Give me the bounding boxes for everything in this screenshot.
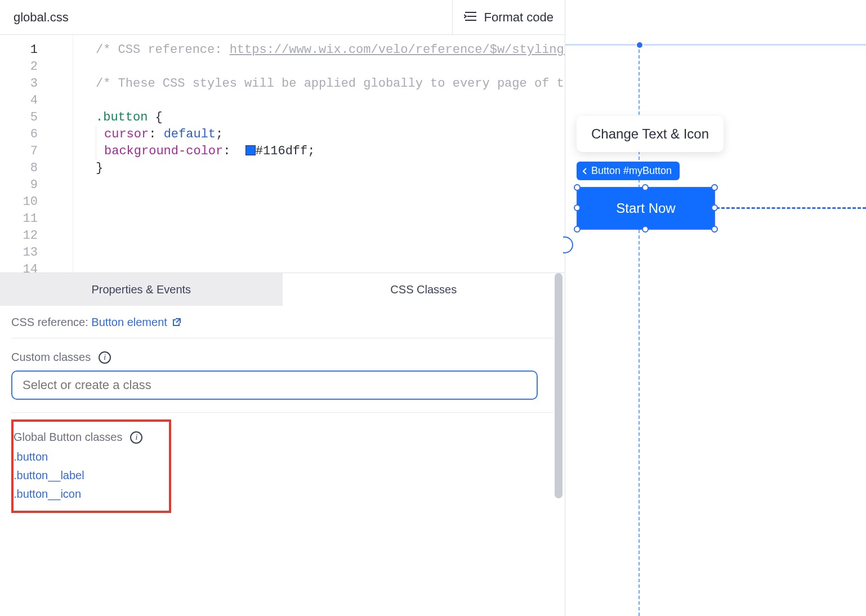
resize-handle[interactable] (574, 204, 581, 211)
line-number: 9 (0, 177, 38, 194)
panel-scrollbar[interactable] (555, 273, 563, 498)
button-text: Start Now (616, 200, 675, 216)
selection-breadcrumb[interactable]: Button #myButton (577, 162, 680, 180)
code-brace: { (148, 110, 162, 124)
format-code-label: Format code (484, 10, 554, 25)
format-icon (464, 10, 477, 25)
edge-control[interactable] (563, 236, 573, 253)
global-classes-section: Global Button classes i .button .button_… (11, 419, 171, 513)
popover-label: Change Text & Icon (591, 126, 709, 141)
css-reference-label: CSS reference: (11, 316, 91, 328)
line-number: 2 (0, 59, 38, 75)
code-property: background-color (104, 144, 223, 158)
info-icon[interactable]: i (99, 351, 111, 364)
change-text-icon-popover[interactable]: Change Text & Icon (577, 116, 724, 152)
code-editor[interactable]: 1 2 3 4 5 6 7 8 9 10 11 12 13 14 /* CSS … (0, 35, 565, 273)
tab-css-classes[interactable]: CSS Classes (283, 273, 565, 306)
resize-handle[interactable] (711, 204, 718, 211)
ruler-handle[interactable] (636, 41, 644, 49)
line-number: 6 (0, 126, 38, 143)
chevron-left-icon (582, 167, 588, 175)
code-value: default (164, 127, 216, 141)
line-number: 10 (0, 194, 38, 211)
code-content[interactable]: /* CSS reference: https://www.wix.com/ve… (73, 35, 565, 273)
ruler-horizontal (565, 44, 866, 46)
line-number: 13 (0, 244, 38, 261)
line-number: 7 (0, 143, 38, 160)
code-link[interactable]: https://www.wix.com/velo/reference/$w/st… (230, 43, 565, 57)
color-swatch[interactable] (245, 145, 256, 155)
tab-properties-events[interactable]: Properties & Events (0, 273, 283, 306)
line-gutter: 1 2 3 4 5 6 7 8 9 10 11 12 13 14 (0, 35, 73, 273)
panel-tabs: Properties & Events CSS Classes (0, 273, 565, 306)
css-reference-link[interactable]: Button element (91, 316, 181, 328)
code-comment: /* These CSS styles will be applied glob… (96, 77, 565, 91)
editor-header: global.css Format code (0, 0, 565, 35)
line-number: 14 (0, 261, 38, 273)
guide-line (716, 207, 866, 209)
external-link-icon (172, 318, 181, 327)
code-selector: .button (96, 110, 148, 124)
resize-handle[interactable] (711, 184, 718, 191)
resize-handle[interactable] (574, 184, 581, 191)
resize-handle[interactable] (642, 184, 649, 191)
global-class-link[interactable]: .button__icon (14, 488, 160, 501)
line-number: 5 (0, 109, 38, 126)
custom-classes-label: Custom classes (11, 351, 91, 364)
global-classes-label: Global Button classes (14, 431, 122, 444)
breadcrumb-label: Button #myButton (591, 165, 672, 177)
line-number: 3 (0, 75, 38, 92)
info-icon[interactable]: i (130, 431, 142, 444)
css-reference-row: CSS reference: Button element (11, 316, 553, 338)
code-comment: /* CSS reference: (96, 43, 230, 57)
line-number: 12 (0, 227, 38, 244)
code-brace: } (96, 161, 103, 175)
line-number: 1 (0, 42, 38, 59)
global-class-link[interactable]: .button (14, 450, 160, 463)
selected-button-element[interactable]: Start Now (577, 187, 715, 230)
resize-handle[interactable] (574, 226, 581, 233)
line-number: 11 (0, 211, 38, 227)
code-hex: #116dff (256, 144, 307, 158)
preview-canvas[interactable]: Change Text & Icon Button #myButton Star… (565, 0, 866, 616)
bottom-panel: Properties & Events CSS Classes CSS refe… (0, 273, 565, 616)
global-class-link[interactable]: .button__label (14, 469, 160, 482)
code-property: cursor (104, 127, 149, 141)
line-number: 4 (0, 92, 38, 109)
line-number: 8 (0, 160, 38, 177)
filename-label: global.css (0, 10, 69, 25)
custom-class-input[interactable] (11, 371, 538, 400)
format-code-button[interactable]: Format code (452, 0, 565, 35)
resize-handle[interactable] (642, 226, 649, 233)
resize-handle[interactable] (711, 226, 718, 233)
